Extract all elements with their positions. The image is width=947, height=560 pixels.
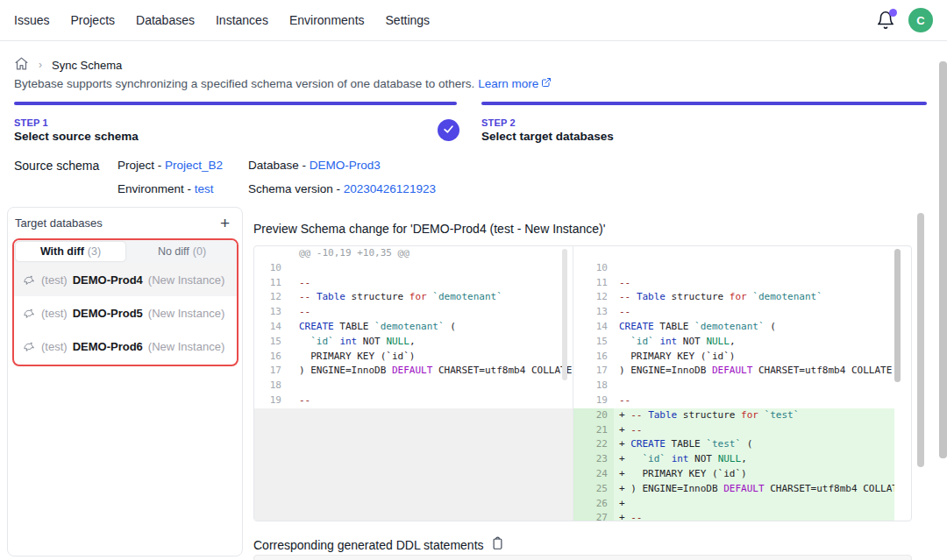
- diff-line: 13--: [573, 305, 894, 320]
- left-pane-scrollbar[interactable]: [562, 249, 567, 380]
- diff-line-number: 22: [573, 437, 614, 452]
- diff-line-code: + PRIMARY KEY (`id`): [614, 467, 894, 482]
- diff-line: [573, 246, 894, 261]
- target-suffix: (New Instance): [148, 273, 224, 287]
- nav-menu: IssuesProjectsDatabasesInstancesEnvironm…: [14, 13, 430, 27]
- nav-item-environments[interactable]: Environments: [289, 13, 365, 27]
- mysql-icon: [23, 273, 36, 287]
- source-field-label: Database -: [248, 159, 310, 172]
- target-env: (test): [41, 273, 68, 287]
- target-name: DEMO-Prod5: [73, 307, 143, 320]
- source-field-value-link[interactable]: DEMO-Prod3: [310, 159, 381, 172]
- diff-line: 22+ CREATE TABLE `test` (: [573, 437, 894, 452]
- ddl-code-block: [253, 555, 912, 560]
- diff-pane-modified[interactable]: 1011--12-- Table structure for `demotena…: [573, 246, 894, 521]
- diff-line-code: PRIMARY KEY (`id`): [614, 350, 894, 365]
- diff-line-number: [254, 246, 291, 261]
- diff-line-number: 20: [573, 408, 614, 423]
- diff-line-code: +: [614, 497, 894, 512]
- nav-item-settings[interactable]: Settings: [386, 13, 431, 27]
- target-name: DEMO-Prod6: [73, 340, 143, 353]
- source-schema-label: Source schema: [14, 159, 99, 173]
- diff-line-code: + `id` int NOT NULL,: [614, 452, 894, 467]
- tab-label: No diff: [158, 245, 189, 258]
- diff-line: 26+: [573, 497, 894, 512]
- diff-line: 14CREATE TABLE `demotenant` (: [573, 320, 894, 335]
- diff-line-number: [573, 246, 614, 261]
- diff-line-number: 21: [573, 423, 614, 438]
- diff-line-number: 15: [573, 335, 614, 350]
- step2-progress-bar: [481, 102, 927, 105]
- target-databases-panel: Target databases + With diff(3)No diff(0…: [7, 207, 243, 556]
- diff-line-code: + --: [614, 511, 894, 521]
- nav-item-databases[interactable]: Databases: [136, 13, 195, 27]
- check-icon: [443, 123, 454, 138]
- right-pane-scrollbar[interactable]: [894, 249, 901, 382]
- diff-line-number: 17: [254, 364, 291, 379]
- step2-label: STEP 2: [481, 117, 516, 128]
- schema-diff-editor[interactable]: @@ -10,19 +10,35 @@1011--12-- Table stru…: [253, 245, 912, 521]
- source-field: Database - DEMO-Prod3: [248, 159, 436, 172]
- target-database-row[interactable]: (test)DEMO-Prod4(New Instance): [14, 263, 237, 296]
- diff-line-number: 10: [254, 261, 291, 276]
- diff-line-number: 10: [573, 261, 614, 276]
- mysql-icon: [23, 307, 36, 320]
- add-target-database-button[interactable]: +: [220, 217, 230, 230]
- diff-line: 16 PRIMARY KEY (`id`): [573, 350, 894, 365]
- tab-with-diff[interactable]: With diff(3): [16, 242, 125, 261]
- learn-more-link[interactable]: Learn more: [478, 77, 552, 90]
- diff-line-number: 13: [573, 305, 614, 320]
- diff-line-number: 18: [254, 379, 291, 393]
- avatar[interactable]: C: [908, 8, 933, 32]
- intro-text: Bytebase supports synchronizing a specif…: [14, 77, 552, 90]
- diff-line-code: CREATE TABLE `demotenant` (: [291, 320, 573, 335]
- source-field-value-link[interactable]: 20230426121923: [344, 182, 436, 195]
- sync-schema-page: IssuesProjectsDatabasesInstancesEnvironm…: [0, 0, 947, 560]
- diff-line-code: + -- Table structure for `test`: [614, 408, 894, 423]
- tab-no-diff[interactable]: No diff(0): [127, 240, 237, 263]
- diff-line-number: 25: [573, 482, 614, 497]
- diff-line-code: ) ENGINE=InnoDB DEFAULT CHARSET=utf8mb4 …: [291, 364, 573, 379]
- diff-line: 11--: [254, 276, 573, 291]
- diff-line-number: 17: [573, 364, 614, 379]
- diff-line: 13--: [254, 305, 573, 320]
- diff-line: 10: [573, 261, 894, 276]
- source-field: Schema version - 20230426121923: [248, 182, 436, 195]
- diff-line-code: -- Table structure for `demotenant`: [291, 290, 573, 305]
- nav-item-instances[interactable]: Instances: [216, 13, 268, 27]
- diff-line: 17) ENGINE=InnoDB DEFAULT CHARSET=utf8mb…: [254, 364, 573, 379]
- ddl-section-title: Corresponding generated DDL statements: [253, 536, 504, 553]
- content-scrollbar[interactable]: [917, 213, 924, 467]
- diff-line: 27+ --: [573, 511, 894, 521]
- page-scrollbar[interactable]: [939, 61, 947, 458]
- source-field-value-link[interactable]: Project_B2: [165, 159, 223, 172]
- diff-line-code: CREATE TABLE `demotenant` (: [614, 320, 894, 335]
- diff-line-number: 18: [573, 379, 614, 393]
- copy-ddl-button[interactable]: [491, 536, 504, 553]
- diff-line-code: [291, 261, 573, 276]
- diff-line-number: 23: [573, 452, 614, 467]
- diff-line-number: 19: [573, 393, 614, 408]
- target-database-row[interactable]: (test)DEMO-Prod5(New Instance): [14, 296, 237, 330]
- notifications-button[interactable]: [876, 11, 895, 30]
- diff-line-number: 11: [573, 276, 614, 291]
- step2-title: Select target databases: [481, 130, 614, 143]
- diff-filter-tabs: With diff(3)No diff(0): [14, 240, 237, 263]
- diff-line-code: --: [614, 305, 894, 320]
- diff-line-code: @@ -10,19 +10,35 @@: [291, 246, 573, 261]
- diff-line-number: 26: [573, 497, 614, 512]
- target-database-row[interactable]: (test)DEMO-Prod6(New Instance): [14, 330, 237, 363]
- target-database-list: (test)DEMO-Prod4(New Instance)(test)DEMO…: [14, 263, 237, 363]
- home-icon[interactable]: [14, 56, 29, 74]
- step1-complete-badge: [438, 119, 459, 141]
- diff-hunk-header: @@ -10,19 +10,35 @@: [254, 246, 573, 261]
- diff-line-code: PRIMARY KEY (`id`): [291, 350, 573, 365]
- clipboard-icon: [491, 536, 504, 553]
- diff-line: 21+ --: [573, 423, 894, 438]
- diff-line: 12-- Table structure for `demotenant`: [573, 290, 894, 305]
- source-field-label: Project -: [117, 159, 165, 172]
- source-field-value-link[interactable]: test: [195, 182, 214, 195]
- diff-line-code: [614, 379, 894, 393]
- nav-item-projects[interactable]: Projects: [70, 13, 115, 27]
- nav-item-issues[interactable]: Issues: [14, 13, 49, 27]
